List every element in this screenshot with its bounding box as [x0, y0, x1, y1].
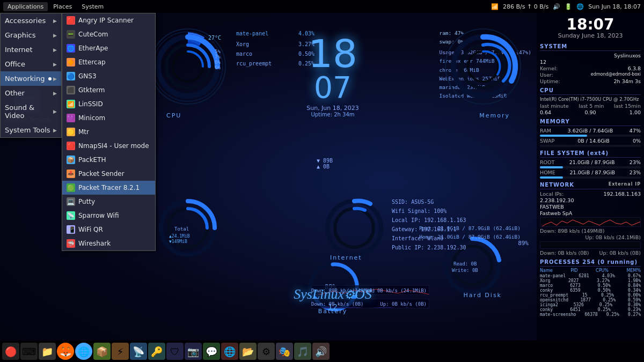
- nmapsi4-label: NmapSI4 - User mode: [78, 142, 149, 150]
- arrow-icon2: ▶: [53, 33, 57, 38]
- submenu-cutecom[interactable]: 📟 CuteCom: [62, 27, 155, 41]
- rp-memory-section: MEMORY RAM 3.62GiB / 7.64GiB 47% SWAP 0B…: [540, 119, 641, 147]
- submenu-mtr[interactable]: 🟡 Mtr: [62, 125, 155, 139]
- dock-icon-camera[interactable]: 📷: [185, 343, 202, 360]
- clock-minute: 07: [306, 73, 359, 102]
- menu-item-system-tools[interactable]: System Tools ▶: [1, 123, 61, 137]
- menu-item-office[interactable]: Office ▶: [1, 57, 61, 71]
- ssid-value: ASUS-5G: [411, 199, 434, 205]
- rp-version-row: 12: [540, 59, 641, 65]
- dock-icon-lightning[interactable]: ⚡: [112, 343, 129, 360]
- syslinux-logo: SysLinux⚙OS 12: [294, 286, 372, 311]
- rp-provider-row: Fastweb SpA: [540, 210, 641, 216]
- ssid-row: SSID: ASUS-5G: [392, 197, 466, 206]
- dock-icon-settings[interactable]: ⚙: [258, 343, 275, 360]
- svg-text:▼149MiB: ▼149MiB: [169, 239, 187, 244]
- submenu-gns3[interactable]: 🔵 GNS3: [62, 69, 155, 83]
- submenu-sparrow-wifi[interactable]: 📡 Sparrow Wifi: [62, 209, 155, 223]
- rp-root-row: ROOT 21.0GiB / 87.9GiB 23%: [540, 159, 641, 165]
- rp-net-graph1-svg: [540, 218, 640, 226]
- ettercap-label: Ettercap: [78, 58, 106, 66]
- submenu-gtkterm[interactable]: ⬛ Gtkterm: [62, 83, 155, 97]
- networking-submenu: 🔴 Angry IP Scanner 📟 CuteCom 🌐 EtherApe …: [62, 13, 156, 251]
- applications-menu[interactable]: Applications: [3, 2, 48, 11]
- dock-icon-files[interactable]: 📁: [39, 343, 56, 360]
- dock-icon-network[interactable]: 📡: [130, 343, 147, 360]
- dock-icon-volume[interactable]: 🔊: [312, 343, 330, 360]
- places-menu[interactable]: Places: [49, 2, 76, 11]
- packeth-icon: 📦: [67, 156, 75, 164]
- cpu-label: CPU: [166, 112, 181, 119]
- graphics-label: Graphics: [5, 31, 35, 39]
- menu-item-other[interactable]: Other ▶: [1, 86, 61, 100]
- dock-icon-folder[interactable]: 📂: [239, 343, 257, 360]
- wifi-qr-icon: 📲: [67, 225, 75, 234]
- rp-net-graph2: [540, 241, 641, 249]
- rp-root-bar-fill: [540, 166, 563, 168]
- taskbar: Applications Places System 📶 286 B/s ↑ 0…: [0, 0, 644, 13]
- submenu-ettercap[interactable]: 🔶 Ettercap: [62, 55, 155, 69]
- gtkterm-label: Gtkterm: [78, 86, 105, 94]
- cutecom-label: CuteCom: [78, 31, 108, 38]
- svg-text:7%: 7%: [215, 54, 221, 60]
- submenu-minicom[interactable]: 💜 Minicom: [62, 111, 155, 125]
- gtkterm-icon: ⬛: [67, 86, 75, 94]
- mtr-label: Mtr: [78, 128, 89, 136]
- menu-item-accessories[interactable]: Accessories ▶: [1, 13, 61, 28]
- clock-hour: 18: [306, 34, 359, 73]
- putty-icon: 💻: [67, 197, 75, 206]
- submenu-nmapsi4[interactable]: 🔴 NmapSI4 - User mode: [62, 139, 155, 153]
- dock-icon-music[interactable]: 🎵: [294, 343, 311, 360]
- rp-swap-label: SWAP: [540, 138, 554, 144]
- submenu-angry-ip[interactable]: 🔴 Angry IP Scanner: [62, 13, 155, 27]
- dock-icon-virt[interactable]: 🎭: [276, 343, 293, 360]
- rp-proc-count: 254 (0 running): [582, 259, 638, 265]
- dock-icon-chromium[interactable]: 🌐: [75, 343, 92, 360]
- rp-proc-row-2: marco62730.50%0.84%: [540, 283, 641, 288]
- rp-version-value: 12: [540, 59, 546, 65]
- rp-proc-mem-hdr: MEM%: [627, 268, 641, 273]
- svg-text:5%: 5%: [215, 49, 221, 54]
- dock-icon-keyboard[interactable]: ⌨: [20, 343, 38, 360]
- rp-root-label: ROOT: [540, 159, 554, 165]
- angry-ip-label: Angry IP Scanner: [78, 17, 134, 24]
- rp-time: 18:07: [540, 17, 641, 32]
- submenu-packet-sender[interactable]: 📤 Packet Sender: [62, 167, 155, 181]
- submenu-etherape[interactable]: 🌐 EtherApe: [62, 41, 155, 55]
- dock-icon-globe[interactable]: 🌐: [221, 343, 238, 360]
- rp-down2-row: Down: 0B kb/s (0B) Up: 0B kb/s (0B): [540, 250, 641, 256]
- dock-icon-terminal[interactable]: 🔴: [2, 343, 19, 360]
- battery-pct-display: 89%: [518, 240, 529, 247]
- submenu-wifi-qr[interactable]: 📲 WiFi QR: [62, 223, 155, 237]
- menu-item-sound-video[interactable]: Sound & Video ▶: [1, 100, 61, 123]
- rp-swap-bar-row: [540, 145, 641, 147]
- packeth-label: PackETH: [78, 156, 106, 164]
- rp-proc-row-8: mate-screensho663780.25%0.27%: [540, 312, 641, 317]
- dock-icon-shield[interactable]: 🛡: [166, 343, 184, 360]
- dock-icon-chat[interactable]: 💬: [203, 343, 220, 360]
- menu-item-networking[interactable]: Networking ▶: [1, 71, 61, 86]
- sparrow-wifi-icon: 📡: [67, 211, 75, 220]
- taskbar-right: 📶 286 B/s ↑ 0 B/s 🔊 🔋 🌐 Sun Jun 18, 18:0…: [491, 3, 641, 10]
- submenu-packet-tracer[interactable]: 🟢 Packet Tracer 8.2.1: [62, 181, 155, 195]
- dock-icon-security[interactable]: 🔑: [148, 343, 165, 360]
- battery-icon: 🔋: [565, 3, 572, 10]
- submenu-putty[interactable]: 💻 Putty: [62, 195, 155, 209]
- packet-sender-label: Packet Sender: [78, 170, 125, 178]
- network-speed: 286 B/s ↑ 0 B/s: [503, 3, 548, 10]
- menu-item-internet[interactable]: Internet ▶: [1, 42, 61, 57]
- proc-row-1: Xorg 3.27%: [236, 40, 314, 49]
- submenu-linssid[interactable]: 📶 LinSSID: [62, 97, 155, 111]
- submenu-packeth[interactable]: 📦 PackETH: [62, 153, 155, 167]
- rp-fs-title: FILE SYSTEM (ext4): [540, 150, 641, 158]
- rp-ext-ip-label: External IP: [609, 182, 641, 187]
- rp-ram-used: 3.62GiB / 7.64GiB: [568, 128, 613, 134]
- dock-icon-firefox[interactable]: 🦊: [57, 343, 74, 360]
- submenu-wireshark[interactable]: 🦈 Wireshark: [62, 237, 155, 250]
- signal-row: Wifi Signal: 100%: [392, 206, 466, 216]
- menu-item-graphics[interactable]: Graphics ▶: [1, 28, 61, 42]
- dock-icon-package[interactable]: 📦: [93, 343, 111, 360]
- system-menu[interactable]: System: [77, 2, 108, 11]
- sparrow-wifi-label: Sparrow Wifi: [78, 212, 119, 219]
- rp-down2-label: Down: 0B kb/s (0B): [540, 250, 589, 256]
